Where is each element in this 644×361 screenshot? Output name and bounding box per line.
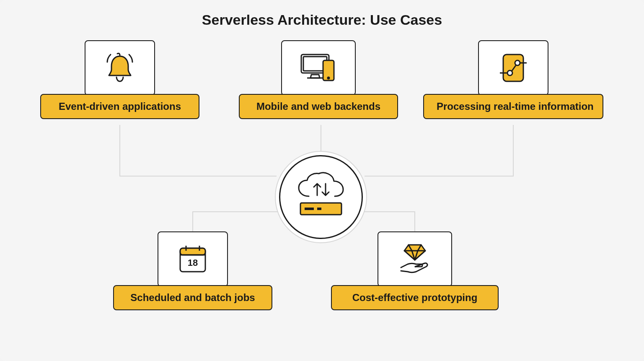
usecase-event-driven: Event-driven applications <box>40 40 199 119</box>
diagram-title: Serverless Architecture: Use Cases <box>0 12 644 28</box>
usecase-label: Mobile and web backends <box>239 94 398 119</box>
svg-rect-1 <box>305 208 314 210</box>
devices-icon <box>299 50 338 86</box>
data-chip-icon <box>496 50 531 86</box>
usecase-prototyping: Cost-effective prototyping <box>331 231 499 310</box>
usecase-label: Processing real-time information <box>423 94 603 119</box>
usecase-label: Scheduled and batch jobs <box>113 285 272 310</box>
calendar-icon: 18 <box>175 242 210 277</box>
usecase-label: Cost-effective prototyping <box>331 285 499 310</box>
usecase-realtime: Processing real-time information <box>423 40 603 119</box>
cloud-server-icon <box>294 172 348 222</box>
svg-rect-11 <box>180 248 205 255</box>
diamond-hand-icon <box>395 242 435 277</box>
usecase-scheduled: 18 Scheduled and batch jobs <box>113 231 272 310</box>
bell-icon <box>102 50 137 86</box>
usecase-label: Event-driven applications <box>40 94 199 119</box>
calendar-day-text: 18 <box>188 257 198 268</box>
central-hub <box>275 151 367 243</box>
usecase-mobile-web: Mobile and web backends <box>239 40 398 119</box>
svg-point-9 <box>515 60 520 65</box>
svg-point-6 <box>328 77 329 79</box>
svg-rect-2 <box>317 208 321 210</box>
